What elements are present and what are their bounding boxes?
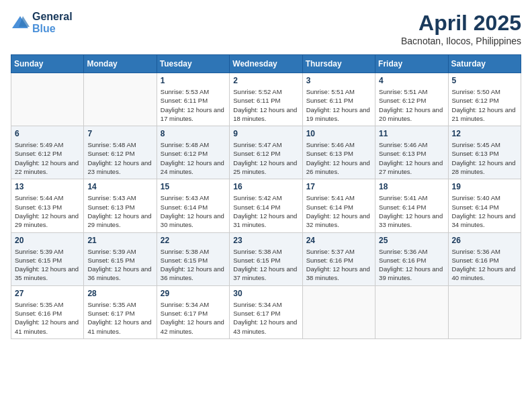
calendar-cell: 1Sunrise: 5:53 AM Sunset: 6:11 PM Daylig… — [157, 73, 229, 126]
calendar-table: SundayMondayTuesdayWednesdayThursdayFrid… — [11, 54, 521, 339]
day-number: 2 — [233, 76, 298, 85]
weekday-header: Monday — [84, 55, 157, 73]
calendar-cell: 22Sunrise: 5:38 AM Sunset: 6:15 PM Dayli… — [157, 232, 229, 285]
calendar-cell: 3Sunrise: 5:51 AM Sunset: 6:11 PM Daylig… — [302, 73, 375, 126]
day-number: 15 — [161, 182, 226, 191]
day-number: 30 — [233, 289, 298, 298]
day-number: 20 — [15, 236, 80, 245]
day-info: Sunrise: 5:47 AM Sunset: 6:12 PM Dayligh… — [233, 140, 298, 176]
day-number: 29 — [161, 289, 226, 298]
day-number: 22 — [161, 236, 226, 245]
day-info: Sunrise: 5:36 AM Sunset: 6:16 PM Dayligh… — [379, 247, 444, 283]
calendar-cell: 5Sunrise: 5:50 AM Sunset: 6:12 PM Daylig… — [448, 73, 521, 126]
calendar-cell: 2Sunrise: 5:52 AM Sunset: 6:11 PM Daylig… — [230, 73, 302, 126]
logo-text: General Blue — [32, 11, 73, 35]
weekday-header: Wednesday — [230, 55, 302, 73]
calendar-week-row: 1Sunrise: 5:53 AM Sunset: 6:11 PM Daylig… — [11, 73, 521, 126]
calendar-cell: 30Sunrise: 5:34 AM Sunset: 6:17 PM Dayli… — [230, 285, 302, 338]
logo-icon — [11, 15, 30, 31]
day-number: 25 — [379, 236, 444, 245]
day-info: Sunrise: 5:43 AM Sunset: 6:14 PM Dayligh… — [161, 193, 226, 229]
calendar-cell: 15Sunrise: 5:43 AM Sunset: 6:14 PM Dayli… — [157, 179, 229, 232]
day-info: Sunrise: 5:36 AM Sunset: 6:16 PM Dayligh… — [452, 247, 517, 283]
day-number: 27 — [15, 289, 80, 298]
day-info: Sunrise: 5:38 AM Sunset: 6:15 PM Dayligh… — [233, 247, 298, 283]
day-number: 10 — [306, 129, 371, 138]
calendar-cell: 12Sunrise: 5:45 AM Sunset: 6:13 PM Dayli… — [448, 126, 521, 179]
day-number: 23 — [233, 236, 298, 245]
calendar-cell: 20Sunrise: 5:39 AM Sunset: 6:15 PM Dayli… — [11, 232, 84, 285]
day-info: Sunrise: 5:34 AM Sunset: 6:17 PM Dayligh… — [161, 300, 226, 336]
day-number: 18 — [379, 182, 444, 191]
calendar-cell: 26Sunrise: 5:36 AM Sunset: 6:16 PM Dayli… — [448, 232, 521, 285]
day-info: Sunrise: 5:39 AM Sunset: 6:15 PM Dayligh… — [15, 247, 80, 283]
day-info: Sunrise: 5:45 AM Sunset: 6:13 PM Dayligh… — [452, 140, 517, 176]
day-number: 11 — [379, 129, 444, 138]
day-number: 8 — [161, 129, 226, 138]
day-info: Sunrise: 5:37 AM Sunset: 6:16 PM Dayligh… — [306, 247, 371, 283]
day-number: 17 — [306, 182, 371, 191]
day-number: 4 — [379, 76, 444, 85]
calendar-cell — [448, 285, 521, 338]
weekday-header: Friday — [375, 55, 448, 73]
weekday-header: Tuesday — [157, 55, 229, 73]
day-info: Sunrise: 5:43 AM Sunset: 6:13 PM Dayligh… — [87, 193, 152, 229]
calendar-cell — [302, 285, 375, 338]
day-info: Sunrise: 5:51 AM Sunset: 6:11 PM Dayligh… — [306, 87, 371, 123]
weekday-header: Thursday — [302, 55, 375, 73]
day-info: Sunrise: 5:48 AM Sunset: 6:12 PM Dayligh… — [161, 140, 226, 176]
calendar-cell: 24Sunrise: 5:37 AM Sunset: 6:16 PM Dayli… — [302, 232, 375, 285]
calendar-cell: 25Sunrise: 5:36 AM Sunset: 6:16 PM Dayli… — [375, 232, 448, 285]
day-info: Sunrise: 5:42 AM Sunset: 6:14 PM Dayligh… — [233, 193, 298, 229]
calendar-cell — [11, 73, 84, 126]
day-number: 7 — [87, 129, 152, 138]
calendar-cell: 27Sunrise: 5:35 AM Sunset: 6:16 PM Dayli… — [11, 285, 84, 338]
day-info: Sunrise: 5:46 AM Sunset: 6:13 PM Dayligh… — [306, 140, 371, 176]
calendar-cell — [375, 285, 448, 338]
day-number: 19 — [452, 182, 517, 191]
calendar-cell: 9Sunrise: 5:47 AM Sunset: 6:12 PM Daylig… — [230, 126, 302, 179]
logo: General Blue — [11, 11, 73, 35]
day-number: 13 — [15, 182, 80, 191]
day-info: Sunrise: 5:50 AM Sunset: 6:12 PM Dayligh… — [452, 87, 517, 123]
day-info: Sunrise: 5:35 AM Sunset: 6:17 PM Dayligh… — [87, 300, 152, 336]
weekday-header: Sunday — [11, 55, 84, 73]
calendar-cell: 17Sunrise: 5:41 AM Sunset: 6:14 PM Dayli… — [302, 179, 375, 232]
calendar-week-row: 6Sunrise: 5:49 AM Sunset: 6:12 PM Daylig… — [11, 126, 521, 179]
calendar-cell: 6Sunrise: 5:49 AM Sunset: 6:12 PM Daylig… — [11, 126, 84, 179]
calendar-week-row: 20Sunrise: 5:39 AM Sunset: 6:15 PM Dayli… — [11, 232, 521, 285]
day-number: 5 — [452, 76, 517, 85]
day-info: Sunrise: 5:40 AM Sunset: 6:14 PM Dayligh… — [452, 193, 517, 229]
calendar-cell: 14Sunrise: 5:43 AM Sunset: 6:13 PM Dayli… — [84, 179, 157, 232]
day-info: Sunrise: 5:53 AM Sunset: 6:11 PM Dayligh… — [161, 87, 226, 123]
calendar-cell: 18Sunrise: 5:41 AM Sunset: 6:14 PM Dayli… — [375, 179, 448, 232]
day-info: Sunrise: 5:44 AM Sunset: 6:13 PM Dayligh… — [15, 193, 80, 229]
calendar-week-row: 27Sunrise: 5:35 AM Sunset: 6:16 PM Dayli… — [11, 285, 521, 338]
calendar-cell: 19Sunrise: 5:40 AM Sunset: 6:14 PM Dayli… — [448, 179, 521, 232]
weekday-header-row: SundayMondayTuesdayWednesdayThursdayFrid… — [11, 55, 521, 73]
calendar-cell: 11Sunrise: 5:46 AM Sunset: 6:13 PM Dayli… — [375, 126, 448, 179]
calendar-cell: 10Sunrise: 5:46 AM Sunset: 6:13 PM Dayli… — [302, 126, 375, 179]
calendar-cell: 23Sunrise: 5:38 AM Sunset: 6:15 PM Dayli… — [230, 232, 302, 285]
calendar-week-row: 13Sunrise: 5:44 AM Sunset: 6:13 PM Dayli… — [11, 179, 521, 232]
calendar-cell: 4Sunrise: 5:51 AM Sunset: 6:12 PM Daylig… — [375, 73, 448, 126]
day-info: Sunrise: 5:51 AM Sunset: 6:12 PM Dayligh… — [379, 87, 444, 123]
day-info: Sunrise: 5:49 AM Sunset: 6:12 PM Dayligh… — [15, 140, 80, 176]
day-number: 12 — [452, 129, 517, 138]
day-info: Sunrise: 5:39 AM Sunset: 6:15 PM Dayligh… — [87, 247, 152, 283]
calendar-cell — [84, 73, 157, 126]
page-header: General Blue April 2025 Bacnotan, Ilocos… — [11, 11, 521, 46]
day-number: 28 — [87, 289, 152, 298]
title-block: April 2025 Bacnotan, Ilocos, Philippines — [401, 11, 521, 46]
calendar-cell: 29Sunrise: 5:34 AM Sunset: 6:17 PM Dayli… — [157, 285, 229, 338]
day-info: Sunrise: 5:48 AM Sunset: 6:12 PM Dayligh… — [87, 140, 152, 176]
day-number: 26 — [452, 236, 517, 245]
calendar-cell: 8Sunrise: 5:48 AM Sunset: 6:12 PM Daylig… — [157, 126, 229, 179]
day-number: 24 — [306, 236, 371, 245]
day-number: 1 — [161, 76, 226, 85]
day-info: Sunrise: 5:34 AM Sunset: 6:17 PM Dayligh… — [233, 300, 298, 336]
calendar-cell: 28Sunrise: 5:35 AM Sunset: 6:17 PM Dayli… — [84, 285, 157, 338]
calendar-cell: 16Sunrise: 5:42 AM Sunset: 6:14 PM Dayli… — [230, 179, 302, 232]
calendar-cell: 13Sunrise: 5:44 AM Sunset: 6:13 PM Dayli… — [11, 179, 84, 232]
calendar-cell: 7Sunrise: 5:48 AM Sunset: 6:12 PM Daylig… — [84, 126, 157, 179]
